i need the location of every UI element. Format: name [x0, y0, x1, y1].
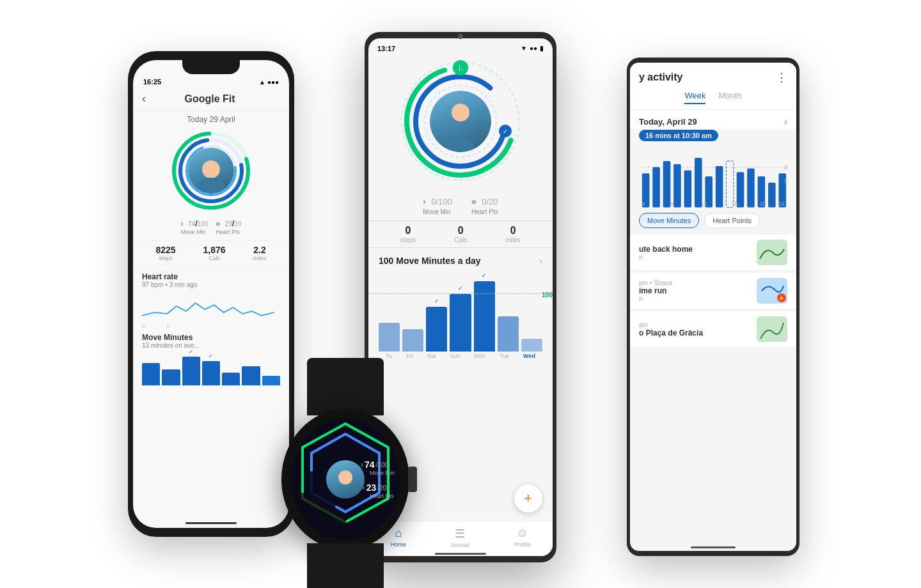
left-metrics: › 74/100 Move Min » 23/20 Heart Pts [133, 215, 289, 238]
nav-journal[interactable]: ☰ Journal [450, 527, 469, 548]
svg-rect-27 [768, 183, 776, 208]
center-steps: 0 steps [400, 225, 416, 244]
watch-strap-bottom [307, 543, 384, 588]
center-bar-tu [379, 323, 400, 352]
bar-2 [162, 369, 180, 385]
profile-icon: ☺ [516, 527, 528, 540]
bar-6 [242, 366, 260, 385]
svg-text:20: 20 [760, 201, 766, 207]
left-move-metric: › 74/100 Move Min [181, 217, 209, 235]
center-bar-chart: 100 ✓ ✓ ✓ [368, 268, 553, 352]
strava-badge: A [777, 293, 786, 302]
svg-text:16: 16 [732, 201, 738, 207]
center-home-indicator [435, 553, 486, 555]
fab-plus-icon: + [524, 490, 533, 507]
svg-text:12: 12 [701, 201, 707, 207]
center-heart-metric: » 0/20 Heart Pts [471, 192, 498, 215]
left-chart-area: 0 6 [133, 291, 289, 329]
center-bar-labels: Tu Fri Sat Sun Mon Tue Wed [368, 352, 553, 359]
left-ring-container [169, 129, 253, 212]
center-bar-tue [498, 316, 519, 352]
center-bar-sun: ✓ [450, 294, 471, 352]
chart-goal-line [368, 293, 553, 294]
bar-3: ✓ [182, 357, 200, 385]
heart-rate-chart [142, 293, 280, 325]
center-bar-sat: ✓ [426, 307, 447, 352]
center-metrics: › 0/100 Move Min » 0/20 Heart Pts [368, 188, 553, 218]
tab-week[interactable]: Week [684, 91, 705, 104]
center-section-header: 100 Move Minutes a day › [368, 251, 553, 268]
center-status-time: 13:17 [377, 45, 395, 52]
left-heart-metric: » 23/20 Heart Pts [216, 217, 241, 235]
center-status-bar: 13:17 ▼ ●● ▮ [368, 38, 553, 55]
center-avatar [430, 91, 491, 152]
left-stats-row: 8225 steps 1,876 Cals 2.2 miles [133, 240, 289, 265]
journal-icon: ☰ [455, 527, 465, 541]
center-heart-arrow: » [471, 196, 476, 206]
nav-profile[interactable]: ☺ Profile [514, 527, 531, 548]
bar-5 [222, 373, 240, 385]
watch-crown [408, 467, 417, 492]
activity-item-1[interactable]: ute back home n [630, 235, 796, 271]
filter-heart-points[interactable]: Heart Points [704, 213, 760, 228]
svg-text:30: 30 [783, 164, 787, 171]
left-heart-section: Heart rate 97 bpm • 3 min ago [133, 267, 289, 291]
activity-item-2[interactable]: pm • Strava ime run n A [630, 273, 796, 309]
right-phone: y activity ⋮ Week Month Today, April 29 … [627, 58, 799, 556]
svg-rect-19 [684, 170, 692, 207]
left-move-section: Move Minutes 13 minutes on ave... [133, 329, 289, 350]
bar-7 [262, 376, 280, 385]
right-phone-title: y activity [639, 72, 682, 83]
right-tabs: Week Month [630, 88, 796, 110]
date-chevron-icon: › [784, 116, 787, 127]
watch-avatar [326, 460, 365, 499]
status-icons-left: ▲ ●●● [259, 79, 279, 86]
right-date: Today, April 29 › [630, 110, 796, 129]
left-heart-label: Heart Pts [216, 229, 240, 235]
watch-strap-top [307, 358, 384, 415]
back-button[interactable]: ‹ [142, 92, 146, 105]
bar-4: ✓ [202, 361, 220, 385]
center-status-icons: ▼ ●● ▮ [521, 45, 544, 52]
watch-metrics: › 74 /100 Move Min » 23 /20 [361, 460, 395, 499]
svg-text:✓: ✓ [503, 128, 508, 135]
fab-button[interactable]: + [514, 484, 542, 513]
more-menu-icon[interactable]: ⋮ [776, 70, 787, 84]
left-miles: 2.2 miles [253, 245, 267, 261]
center-stats: 0 steps 0 Cals 0 miles [368, 220, 553, 248]
left-avatar [188, 148, 234, 194]
left-bar-chart: ✓ ✓ [133, 350, 289, 385]
activity-map-3 [757, 316, 787, 342]
left-phone-screen: 16:25 ▲ ●●● ‹ Google Fit Today 29 April [133, 60, 289, 528]
bar-1 [142, 363, 160, 385]
move-arrow-icon: › [181, 219, 184, 228]
watch-content: › 74 /100 Move Min » 23 /20 [291, 419, 400, 540]
tab-month[interactable]: Month [718, 91, 741, 104]
left-phone-date: Today 29 April [133, 111, 289, 127]
left-heart-value: » 23/20 [216, 217, 241, 229]
right-bar-chart-svg: 4 8 12 16 20 24 30 15 [639, 148, 787, 208]
watch-screen: › 74 /100 Move Min » 23 /20 [291, 419, 400, 540]
smartwatch: › 74 /100 Move Min » 23 /20 [281, 409, 409, 550]
activity-item-3[interactable]: am o Plaça de Gràcia [630, 311, 796, 348]
center-move-arrow: › [423, 196, 426, 206]
center-bar-wed [521, 339, 542, 352]
left-phone-header: ‹ Google Fit [133, 87, 289, 111]
activity-info-1: ute back home n [639, 245, 757, 261]
svg-text:L: L [459, 65, 462, 72]
center-cals: 0 Cals [454, 225, 467, 244]
center-move-metric: › 0/100 Move Min [423, 192, 452, 215]
filter-move-minutes[interactable]: Move Minutes [639, 213, 699, 228]
left-move-value: › 74/100 [181, 217, 209, 229]
svg-rect-25 [747, 169, 755, 208]
activity-map-2: A [757, 278, 787, 304]
svg-rect-18 [673, 164, 681, 208]
svg-text:8: 8 [670, 201, 673, 207]
status-time-left: 16:25 [143, 78, 161, 86]
scene: 16:25 ▲ ●●● ‹ Google Fit Today 29 April [109, 19, 812, 569]
center-ring-container: ✓ L [397, 58, 524, 185]
right-home-indicator [691, 546, 736, 548]
activity-info-2: pm • Strava ime run n [639, 279, 757, 302]
center-miles: 0 miles [506, 225, 521, 244]
left-home-indicator [185, 522, 237, 524]
